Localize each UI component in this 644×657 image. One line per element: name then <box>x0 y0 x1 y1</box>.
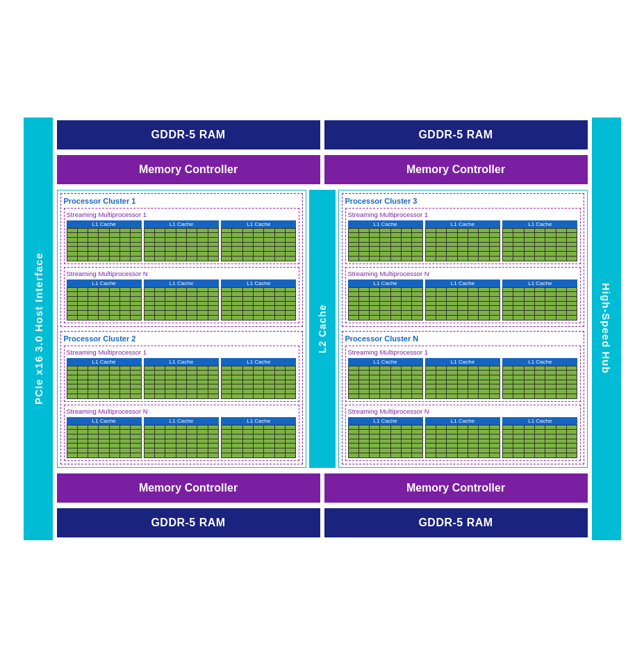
cache-block-1c: L1 Cache <box>221 220 296 261</box>
smp1-cluster3: Streaming Multiprocessor 1 L1 Cache <box>345 208 581 264</box>
bottom-ram-row: GDDR-5 RAM GDDR-5 RAM <box>53 505 592 540</box>
cache-block-1b: L1 Cache <box>144 220 219 261</box>
processor-cluster-n: Processor Cluster N Streaming Multiproce… <box>342 331 584 464</box>
l2-cache-bar: L2 Cache <box>309 190 336 468</box>
smpN-cluster1: Streaming Multiprocessor N L1 Cache <box>64 267 299 323</box>
top-mc-right: Memory Controller <box>324 155 588 184</box>
smpN-cluster1-title: Streaming Multiprocessor N <box>67 270 297 277</box>
bottom-mc-row: Memory Controller Memory Controller <box>53 471 592 505</box>
processor-cluster-1: Processor Cluster 1 Streaming Multiproce… <box>60 193 303 327</box>
top-mc-row: Memory Controller Memory Controller <box>53 152 592 187</box>
right-cluster-panel: Processor Cluster 3 Streaming Multiproce… <box>338 190 588 468</box>
main-content: GDDR-5 RAM GDDR-5 RAM Memory Controller … <box>53 117 592 540</box>
smp1-cluster1: Streaming Multiprocessor 1 L1 Cache <box>64 208 299 264</box>
cluster-2-title: Processor Cluster 2 <box>64 334 299 343</box>
smpN-clusterN: Streaming Multiprocessor N L1 Cache <box>345 405 581 461</box>
cache-grid <box>67 228 142 261</box>
bottom-ram-right: GDDR-5 RAM <box>324 508 588 537</box>
cluster-n-title: Processor Cluster N <box>345 334 581 343</box>
top-mc-left: Memory Controller <box>57 155 320 184</box>
middle-area: Processor Cluster 1 Streaming Multiproce… <box>53 187 592 471</box>
smpN-cluster2: Streaming Multiprocessor N L1 Cache <box>64 405 299 461</box>
pcie-sidebar: PCIe x16 3.0 Host Interface <box>24 117 53 540</box>
smp1-cluster1-title: Streaming Multiprocessor 1 <box>67 211 297 218</box>
smpN-cluster3: Streaming Multiprocessor N L1 Cache <box>345 267 581 323</box>
cache-label: L1 Cache <box>67 220 142 228</box>
diagram: PCIe x16 3.0 Host Interface GDDR-5 RAM G… <box>24 117 621 540</box>
left-cluster-panel: Processor Cluster 1 Streaming Multiproce… <box>57 190 306 468</box>
top-ram-left: GDDR-5 RAM <box>57 120 320 149</box>
smp1-clusterN: Streaming Multiprocessor 1 L1 Cache <box>345 346 581 402</box>
top-ram-row: GDDR-5 RAM GDDR-5 RAM <box>53 117 592 152</box>
highspeed-sidebar: High-Speed Hub <box>592 117 621 540</box>
cache-row-n: L1 Cache <box>67 279 297 321</box>
processor-cluster-3: Processor Cluster 3 Streaming Multiproce… <box>342 193 584 327</box>
bottom-ram-left: GDDR-5 RAM <box>57 508 320 537</box>
cache-row-1: L1 Cache <box>67 220 297 261</box>
bottom-mc-left: Memory Controller <box>57 473 320 503</box>
smp1-cluster2: Streaming Multiprocessor 1 L1 Cache <box>64 346 299 402</box>
top-ram-right: GDDR-5 RAM <box>324 120 588 149</box>
cluster-1-title: Processor Cluster 1 <box>64 197 299 205</box>
processor-cluster-2: Processor Cluster 2 Streaming Multiproce… <box>60 331 303 464</box>
cluster-3-title: Processor Cluster 3 <box>345 197 581 205</box>
cache-block-1a: L1 Cache <box>67 220 142 261</box>
bottom-mc-right: Memory Controller <box>324 473 588 503</box>
